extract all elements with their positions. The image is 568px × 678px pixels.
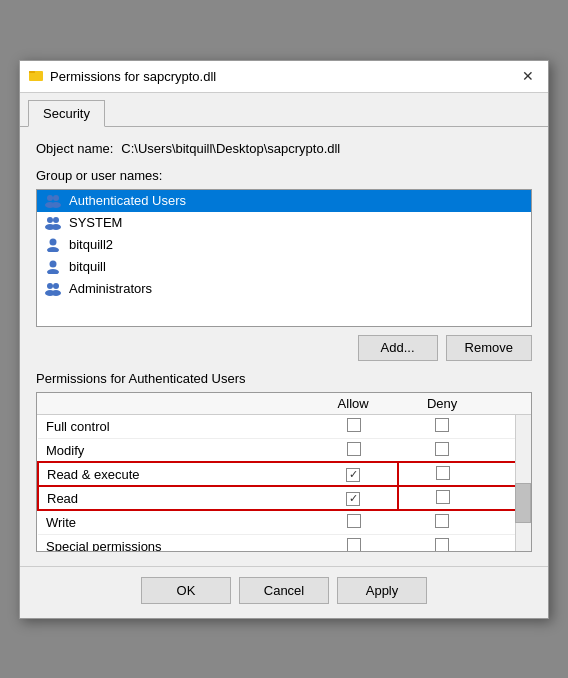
object-name-row: Object name: C:\Users\bitquill\Desktop\s… xyxy=(36,141,532,156)
svg-point-11 xyxy=(47,247,59,252)
svg-point-10 xyxy=(50,238,57,245)
col-deny: Deny xyxy=(398,393,487,415)
checkbox-deny[interactable] xyxy=(435,514,449,528)
group-label: Group or user names: xyxy=(36,168,532,183)
group-icon-authenticated xyxy=(43,193,63,209)
permission-deny[interactable] xyxy=(398,486,487,510)
object-name-label: Object name: xyxy=(36,141,113,156)
permission-allow[interactable]: ✓ xyxy=(309,486,398,510)
table-row: Modify xyxy=(38,438,531,462)
checkbox-allow[interactable] xyxy=(347,514,361,528)
permission-name: Write xyxy=(38,510,309,534)
tab-security[interactable]: Security xyxy=(28,100,105,127)
remove-button[interactable]: Remove xyxy=(446,335,532,361)
checkbox-allow[interactable] xyxy=(347,442,361,456)
permissions-dialog: Permissions for sapcrypto.dll ✕ Security… xyxy=(19,60,549,619)
user-label-bitquill: bitquill xyxy=(69,259,106,274)
checkbox-deny[interactable] xyxy=(435,538,449,551)
scrollbar[interactable] xyxy=(515,415,531,551)
permission-deny[interactable] xyxy=(398,510,487,534)
dialog-content: Object name: C:\Users\bitquill\Desktop\s… xyxy=(20,127,548,562)
add-button[interactable]: Add... xyxy=(358,335,438,361)
svg-point-2 xyxy=(47,195,53,201)
table-row: Read✓ xyxy=(38,486,531,510)
table-row: Special permissions xyxy=(38,534,531,551)
ok-button[interactable]: OK xyxy=(141,577,231,604)
user-list[interactable]: Authenticated Users SYSTEM xyxy=(36,189,532,327)
permission-allow[interactable] xyxy=(309,510,398,534)
user-label-bitquill2: bitquill2 xyxy=(69,237,113,252)
permissions-header: Permissions for Authenticated Users xyxy=(36,371,532,386)
permission-allow[interactable] xyxy=(309,438,398,462)
dialog-icon xyxy=(28,68,44,84)
user-icon-bitquill xyxy=(43,259,63,275)
permissions-data-table: Full controlModifyRead & execute✓Read✓Wr… xyxy=(37,415,531,551)
scroll-thumb[interactable] xyxy=(515,483,531,523)
svg-point-7 xyxy=(53,217,59,223)
svg-point-3 xyxy=(53,195,59,201)
permission-allow[interactable]: ✓ xyxy=(309,462,398,486)
svg-point-5 xyxy=(51,202,61,208)
svg-point-14 xyxy=(47,283,53,289)
table-row: Read & execute✓ xyxy=(38,462,531,486)
col-permission xyxy=(37,393,309,415)
user-label-administrators: Administrators xyxy=(69,281,152,296)
tab-bar: Security xyxy=(20,93,548,127)
permission-name: Special permissions xyxy=(38,534,309,551)
table-row: Write xyxy=(38,510,531,534)
svg-point-12 xyxy=(50,260,57,267)
permission-deny[interactable] xyxy=(398,438,487,462)
bottom-buttons: OK Cancel Apply xyxy=(20,566,548,618)
checkbox-deny[interactable] xyxy=(436,490,450,504)
user-item-system[interactable]: SYSTEM xyxy=(37,212,531,234)
permissions-table-wrapper: Allow Deny Full controlModifyRead & exec… xyxy=(36,392,532,552)
checkbox-allow[interactable]: ✓ xyxy=(346,492,360,506)
user-item-bitquill2[interactable]: bitquill2 xyxy=(37,234,531,256)
permission-allow[interactable] xyxy=(309,415,398,439)
user-item-administrators[interactable]: Administrators xyxy=(37,278,531,300)
svg-rect-1 xyxy=(29,71,35,73)
user-label-authenticated: Authenticated Users xyxy=(69,193,186,208)
permissions-table: Allow Deny xyxy=(37,393,531,415)
permission-deny[interactable] xyxy=(398,415,487,439)
object-name-value: C:\Users\bitquill\Desktop\sapcrypto.dll xyxy=(121,141,340,156)
permissions-scroll[interactable]: Full controlModifyRead & execute✓Read✓Wr… xyxy=(37,415,531,551)
dialog-title: Permissions for sapcrypto.dll xyxy=(50,69,516,84)
user-label-system: SYSTEM xyxy=(69,215,122,230)
add-remove-buttons: Add... Remove xyxy=(36,335,532,361)
checkbox-allow[interactable] xyxy=(347,418,361,432)
svg-point-15 xyxy=(53,283,59,289)
svg-point-13 xyxy=(47,269,59,274)
col-allow: Allow xyxy=(309,393,398,415)
permission-name: Full control xyxy=(38,415,309,439)
permission-allow[interactable] xyxy=(309,534,398,551)
svg-point-17 xyxy=(51,290,61,296)
checkbox-allow[interactable] xyxy=(347,538,361,551)
checkbox-deny[interactable] xyxy=(435,418,449,432)
permission-name: Modify xyxy=(38,438,309,462)
user-item-bitquill[interactable]: bitquill xyxy=(37,256,531,278)
permission-deny[interactable] xyxy=(398,462,487,486)
group-icon-system xyxy=(43,215,63,231)
permission-deny[interactable] xyxy=(398,534,487,551)
user-item-authenticated[interactable]: Authenticated Users xyxy=(37,190,531,212)
svg-point-6 xyxy=(47,217,53,223)
svg-point-9 xyxy=(51,224,61,230)
permission-name: Read xyxy=(38,486,309,510)
table-row: Full control xyxy=(38,415,531,439)
checkbox-deny[interactable] xyxy=(435,442,449,456)
group-icon-administrators xyxy=(43,281,63,297)
close-button[interactable]: ✕ xyxy=(516,64,540,88)
apply-button[interactable]: Apply xyxy=(337,577,427,604)
user-icon-bitquill2 xyxy=(43,237,63,253)
checkbox-allow[interactable]: ✓ xyxy=(346,468,360,482)
checkbox-deny[interactable] xyxy=(436,466,450,480)
title-bar: Permissions for sapcrypto.dll ✕ xyxy=(20,61,548,93)
permission-name: Read & execute xyxy=(38,462,309,486)
cancel-button[interactable]: Cancel xyxy=(239,577,329,604)
